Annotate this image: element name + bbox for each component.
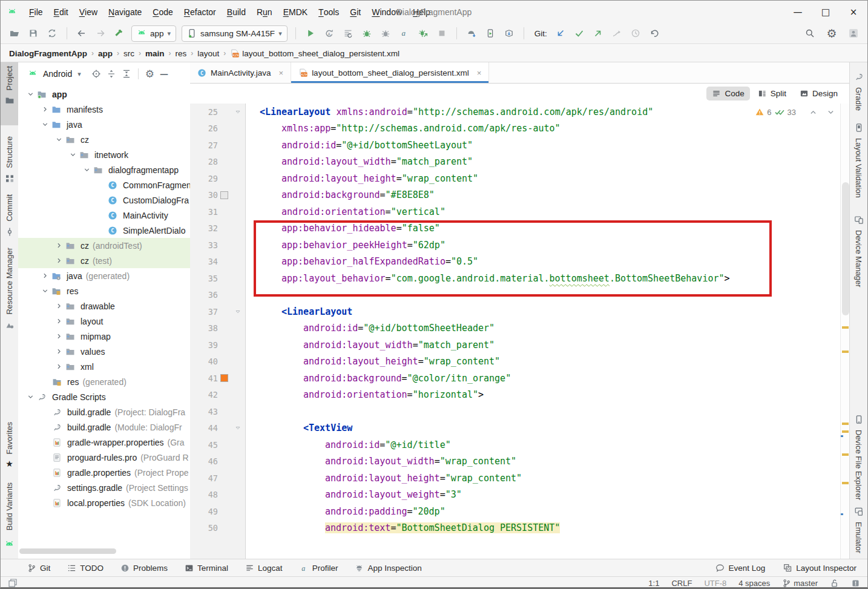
code-line[interactable]: 39android:layout_width="match_parent" (190, 337, 841, 354)
tool-strip-commit[interactable]: Commit (1, 191, 18, 237)
view-mode-code[interactable]: Code (706, 87, 749, 100)
attach-debugger-android-icon[interactable] (465, 27, 478, 40)
chevron-right-icon[interactable] (52, 302, 65, 310)
code-line[interactable]: 36 (190, 287, 841, 304)
apply-changes-restart-icon[interactable]: A (323, 27, 336, 40)
forward-icon[interactable] (94, 27, 107, 40)
menu-item-build[interactable]: Build (222, 1, 251, 23)
code-line[interactable]: 44<TextView (190, 420, 841, 437)
breadcrumb-item[interactable]: DialogFragmentApp (9, 49, 87, 58)
status-indent-setting[interactable]: 4 spaces (738, 579, 770, 588)
scrollbar-thumb[interactable] (842, 182, 849, 315)
debug-button[interactable] (360, 27, 373, 40)
tool-strip-gradle[interactable]: Gradle (850, 68, 867, 111)
code-line[interactable]: 28android:layout_width="match_parent" (190, 154, 841, 171)
tool-window-button-profiler[interactable]: aProfiler (300, 564, 338, 573)
code-editor[interactable]: 25<LinearLayout xmlns:android="http://sc… (190, 104, 850, 559)
tree-item-drawable[interactable]: drawable (18, 298, 190, 314)
project-view-selector[interactable]: Android (43, 69, 72, 79)
project-horizontal-scrollbar[interactable] (19, 548, 116, 554)
menu-item-edit[interactable]: Edit (48, 1, 74, 23)
code-line[interactable]: 34app:behavior_halfExpandedRatio="0.5" (190, 254, 841, 271)
breadcrumb-item[interactable]: app (98, 49, 113, 58)
run-button[interactable] (304, 27, 317, 40)
fold-marker-icon[interactable] (230, 108, 245, 116)
tree-item-commonfragmen[interactable]: CCommonFragmen (18, 177, 190, 192)
menu-item-view[interactable]: View (74, 1, 103, 23)
collapse-all-icon[interactable] (122, 69, 131, 79)
menu-item-run[interactable]: Run (251, 1, 278, 23)
chevron-right-icon[interactable] (38, 272, 51, 280)
menu-item-git[interactable]: Git (344, 1, 366, 23)
search-everywhere-icon[interactable] (803, 27, 817, 40)
back-icon[interactable] (75, 27, 88, 40)
tool-strip-build-variants[interactable]: Build Variants (1, 479, 18, 530)
code-line[interactable]: 42android:orientation="horizontal"> (190, 387, 841, 404)
tree-item-customdialogfra[interactable]: CCustomDialogFra (18, 192, 190, 208)
view-mode-split[interactable]: Split (752, 87, 792, 100)
device-manager-icon[interactable] (502, 27, 516, 40)
chevron-right-icon[interactable] (52, 363, 65, 370)
close-icon[interactable]: × (477, 68, 482, 77)
code-line[interactable]: 41android:background="@color/itn_orange" (190, 370, 841, 387)
breadcrumb-item[interactable]: </>layout_bottom_sheet_dialog_persistent… (230, 49, 399, 58)
code-line[interactable]: 38android:id="@+id/bottomSheetHeader" (190, 320, 841, 337)
menu-item-navigate[interactable]: Navigate (103, 1, 147, 23)
tool-window-quick-access-icon[interactable] (8, 578, 18, 588)
breadcrumb-item[interactable]: src (123, 49, 134, 58)
tool-strip-favorites[interactable]: Favorites★ (1, 418, 18, 468)
tool-window-button-todo[interactable]: TODO (67, 564, 104, 573)
tool-window-button-terminal[interactable]: Terminal (185, 564, 228, 573)
menu-item-code[interactable]: Code (147, 1, 178, 23)
chevron-right-icon[interactable] (52, 332, 65, 340)
settings-gear-icon[interactable]: ⚙ (825, 27, 838, 40)
run-configuration-select[interactable]: app ▾ (131, 25, 176, 42)
status-line-ending[interactable]: CRLF (671, 579, 692, 588)
menu-item-emdk[interactable]: EMDK (278, 1, 313, 23)
code-line[interactable]: 30android:background="#E8E8E8" (190, 187, 841, 204)
history-icon[interactable] (629, 27, 642, 40)
running-devices-icon[interactable] (484, 27, 497, 40)
tool-window-button-logcat[interactable]: Logcat (245, 564, 283, 573)
git-cherry-pick-icon[interactable] (610, 27, 623, 40)
locate-file-icon[interactable] (91, 69, 101, 79)
code-line[interactable]: 50android:text="BottomSheetDialog PERSIS… (190, 520, 841, 537)
hide-panel-icon[interactable]: — (160, 70, 168, 78)
code-line[interactable]: 40android:layout_height="wrap_content" (190, 354, 841, 370)
chevron-right-icon[interactable] (52, 257, 65, 265)
code-line[interactable]: 25<LinearLayout xmlns:android="http://sc… (190, 104, 841, 120)
editor-tab[interactable]: </>layout_bottom_sheet_dialog_persistent… (291, 62, 489, 83)
code-line[interactable]: 37<LinearLayout (190, 303, 841, 320)
tree-item-build-gradle[interactable]: build.gradle(Module: DialogFr (18, 420, 190, 435)
tool-strip-device-manager[interactable]: Device Manager (850, 211, 867, 288)
chevron-down-icon[interactable] (52, 136, 65, 143)
tool-strip-layout-validation[interactable]: Layout Validation (850, 119, 867, 198)
tree-item-build-gradle[interactable]: build.gradle(Project: DialogFra (18, 404, 190, 420)
tree-item-cz[interactable]: cz (18, 132, 190, 147)
next-problem-icon[interactable] (827, 108, 835, 116)
code-line[interactable]: 31android:orientation="vertical" (190, 203, 841, 220)
code-line[interactable]: 45android:id="@+id/title" (190, 436, 841, 453)
tree-item-values[interactable]: values (18, 344, 190, 359)
tree-item-mainactivity[interactable]: CMainActivity (18, 208, 190, 223)
tool-strip-resource-manager[interactable]: Resource Manager (1, 244, 18, 330)
tree-item-xml[interactable]: xml (18, 359, 190, 374)
tree-item-dialogfragmentapp[interactable]: dialogfragmentapp (18, 162, 190, 177)
tree-item-itnetwork[interactable]: itnetwork (18, 147, 190, 162)
git-commit-icon[interactable] (573, 27, 586, 40)
tree-item-java[interactable]: java (18, 117, 190, 132)
code-line[interactable]: 33app:behavior_peekHeight="62dp" (190, 237, 841, 254)
tree-item-cz[interactable]: cz(androidTest) (18, 238, 190, 253)
tree-item-gradle-wrapper-properties[interactable]: gradle-wrapper.properties(Gra (18, 435, 190, 450)
profile-app-icon[interactable] (416, 27, 430, 40)
chevron-right-icon[interactable] (38, 105, 51, 113)
close-button[interactable]: × (840, 1, 867, 23)
git-update-icon[interactable] (554, 27, 567, 40)
tree-item-mipmap[interactable]: mipmap (18, 329, 190, 344)
menu-item-refactor[interactable]: Refactor (179, 1, 222, 23)
tool-window-button-app-inspection[interactable]: App Inspection (355, 564, 421, 573)
breadcrumb-item[interactable]: layout (197, 49, 219, 58)
chevron-down-icon[interactable] (38, 287, 51, 295)
code-line[interactable]: 49android:padding="20dp" (190, 503, 841, 520)
tool-strip-project[interactable]: Project (1, 62, 18, 125)
